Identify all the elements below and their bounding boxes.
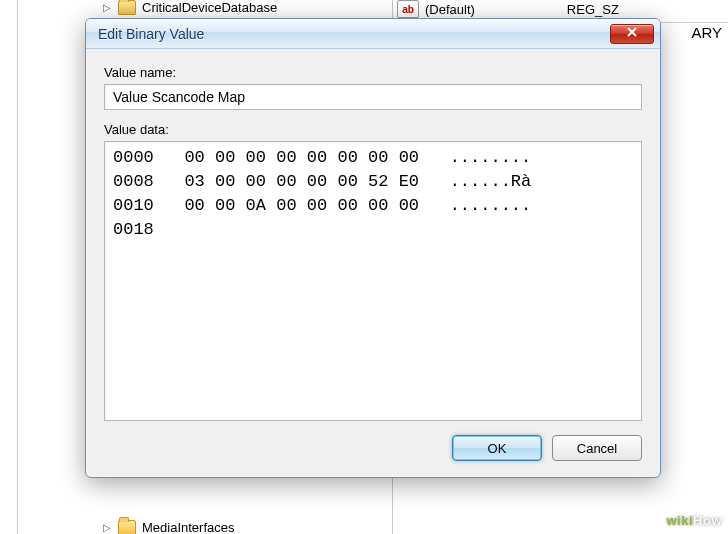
value-name-heading: Value name:	[104, 65, 642, 80]
value-name-input[interactable]	[104, 84, 642, 110]
value-data-heading: Value data:	[104, 122, 642, 137]
tree-item-media[interactable]: ▷ MediaInterfaces	[102, 520, 235, 534]
tree-item-critical[interactable]: ▷ CriticalDeviceDatabase	[102, 0, 277, 15]
value-name-label: (Default)	[425, 2, 475, 17]
edit-binary-dialog: Edit Binary Value Value name: Value data…	[85, 18, 661, 478]
folder-icon	[118, 0, 136, 15]
tree-item-label: MediaInterfaces	[142, 520, 235, 534]
dialog-body: Value name: Value data: 0000 00 00 00 00…	[86, 49, 660, 477]
cancel-button[interactable]: Cancel	[552, 435, 642, 461]
dialog-button-row: OK Cancel	[104, 435, 642, 461]
dialog-titlebar[interactable]: Edit Binary Value	[86, 19, 660, 49]
value-type-label: REG_SZ	[567, 2, 619, 17]
dialog-title: Edit Binary Value	[98, 26, 610, 42]
ok-button[interactable]: OK	[452, 435, 542, 461]
bg-gutter	[0, 0, 18, 534]
watermark: wikiHow	[666, 509, 722, 530]
expander-icon[interactable]: ▷	[102, 3, 112, 13]
tree-item-label: CriticalDeviceDatabase	[142, 0, 277, 15]
close-icon	[626, 26, 638, 41]
close-button[interactable]	[610, 24, 654, 44]
folder-icon	[118, 520, 136, 534]
corner-type-label: ARY	[691, 24, 722, 41]
hex-editor[interactable]: 0000 00 00 00 00 00 00 00 00 ........ 00…	[104, 141, 642, 421]
value-row-default[interactable]: ab (Default) REG_SZ	[397, 0, 619, 18]
string-value-icon: ab	[397, 0, 419, 18]
expander-icon[interactable]: ▷	[102, 523, 112, 533]
